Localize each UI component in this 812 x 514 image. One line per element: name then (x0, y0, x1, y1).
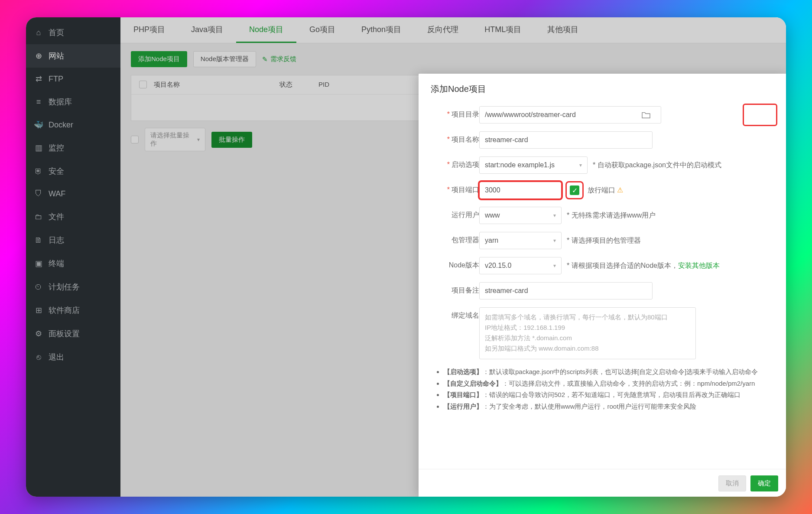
project-port-input[interactable]: 3000 (479, 182, 562, 199)
start-option-select[interactable]: start:node example1.js ▾ (479, 156, 588, 174)
cancel-button[interactable]: 取消 (718, 475, 746, 491)
add-node-project-modal: 添加Node项目 *项目目录 /www/wwwroot/streamer-car… (419, 74, 786, 497)
chevron-down-icon: ▾ (579, 162, 582, 168)
project-remark-input[interactable]: streamer-card (479, 282, 653, 299)
chevron-down-icon: ▾ (553, 212, 556, 218)
modal-title: 添加Node项目 (419, 74, 786, 101)
node-version-select[interactable]: v20.15.0 ▾ (479, 257, 562, 274)
chevron-down-icon: ▾ (553, 237, 556, 244)
release-port-checkbox[interactable]: ✓ (567, 182, 582, 198)
note-item: 【项目端口】：错误的端口会导致访问502，若不知道端口，可先随意填写，启动项目后… (444, 390, 770, 400)
note-item: 【运行用户】：为了安全考虑，默认使用www用户运行，root用户运行可能带来安全… (444, 402, 770, 412)
bind-domain-textarea[interactable]: 如需填写多个域名，请换行填写，每行一个域名，默认为80端口IP地址格式：192.… (479, 307, 696, 359)
project-name-input[interactable]: streamer-card (479, 131, 653, 149)
note-item: 【启动选项】：默认读取package.json中的scripts列表，也可以选择… (444, 367, 770, 377)
project-dir-input[interactable]: /www/wwwroot/streamer-card (479, 106, 661, 124)
warning-icon: ⚠ (617, 186, 623, 194)
chevron-down-icon: ▾ (553, 263, 556, 269)
note-item: 【自定义启动命令】：可以选择启动文件，或直接输入启动命令，支持的启动方式：例：n… (444, 379, 770, 389)
notes-list: 【启动选项】：默认读取package.json中的scripts列表，也可以选择… (423, 367, 775, 416)
package-manager-select[interactable]: yarn ▾ (479, 232, 562, 249)
browse-folder-button[interactable] (637, 107, 656, 122)
run-user-select[interactable]: www ▾ (479, 207, 562, 224)
folder-icon (641, 111, 651, 119)
confirm-button[interactable]: 确定 (750, 475, 778, 491)
highlight-folder (743, 104, 777, 126)
install-other-version-link[interactable]: 安装其他版本 (678, 262, 720, 269)
check-icon: ✓ (570, 185, 579, 195)
